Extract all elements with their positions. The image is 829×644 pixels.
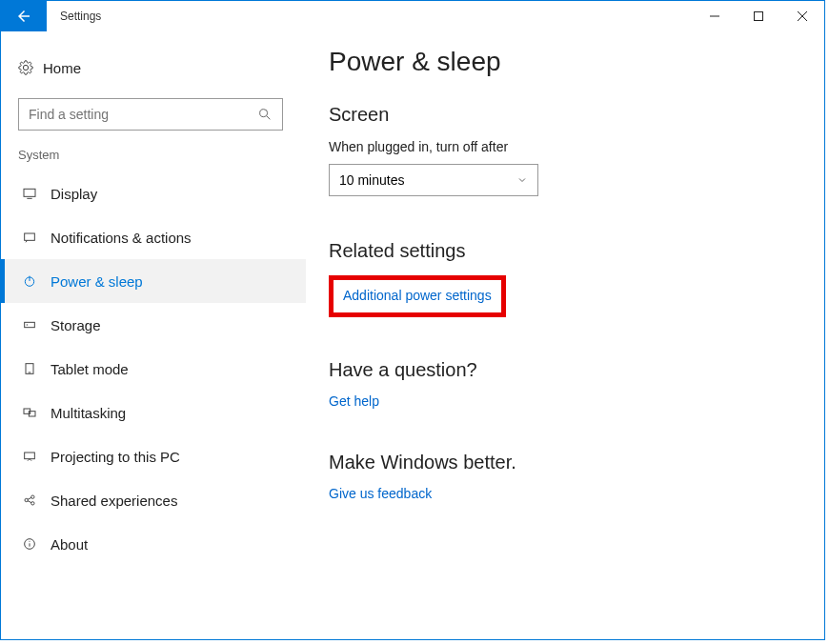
close-button[interactable]	[780, 1, 824, 31]
sidebar-item-multitasking[interactable]: Multitasking	[1, 391, 306, 434]
sidebar-item-label: Notifications & actions	[51, 230, 192, 246]
page-title: Power & sleep	[329, 47, 801, 77]
feedback-block: Make Windows better. Give us feedback	[329, 452, 801, 502]
svg-rect-1	[755, 12, 763, 21]
sidebar-item-label: Multitasking	[51, 405, 126, 421]
titlebar: Settings	[1, 1, 824, 31]
sidebar-item-label: Projecting to this PC	[51, 449, 180, 465]
give-feedback-link[interactable]: Give us feedback	[329, 486, 432, 501]
sidebar-item-power-sleep[interactable]: Power & sleep	[1, 259, 306, 303]
back-button[interactable]	[1, 1, 47, 31]
sidebar-item-label: Storage	[51, 317, 101, 333]
gear-icon	[18, 60, 43, 75]
svg-rect-8	[25, 233, 35, 240]
svg-point-4	[260, 110, 268, 117]
svg-point-25	[29, 541, 30, 542]
power-icon	[22, 273, 51, 289]
svg-point-20	[31, 502, 34, 505]
sidebar-item-display[interactable]: Display	[1, 171, 306, 215]
svg-rect-6	[24, 189, 35, 196]
content-area: Home System Display Notifications & acti…	[1, 31, 824, 639]
tablet-icon	[22, 361, 51, 376]
svg-point-18	[25, 498, 28, 501]
chevron-down-icon	[516, 174, 528, 186]
window-title: Settings	[47, 1, 101, 31]
sidebar-item-storage[interactable]: Storage	[1, 303, 306, 347]
question-block: Have a question? Get help	[329, 359, 801, 410]
sidebar-item-about[interactable]: About	[1, 522, 306, 566]
svg-line-21	[28, 497, 31, 499]
svg-rect-11	[25, 322, 35, 327]
search-input-container[interactable]	[18, 98, 283, 131]
highlight-box: Additional power settings	[329, 275, 506, 317]
window-controls	[693, 1, 824, 31]
sidebar-item-label: Display	[51, 186, 97, 202]
maximize-icon	[754, 11, 763, 21]
screen-heading: Screen	[329, 104, 801, 126]
svg-point-19	[31, 495, 34, 498]
dropdown-value: 10 minutes	[339, 172, 404, 188]
svg-rect-17	[25, 453, 35, 459]
close-icon	[798, 11, 807, 21]
search-input[interactable]	[29, 107, 257, 122]
screen-off-dropdown[interactable]: 10 minutes	[329, 164, 538, 196]
maximize-button[interactable]	[737, 1, 780, 31]
sidebar-item-tablet-mode[interactable]: Tablet mode	[1, 347, 306, 391]
display-icon	[22, 186, 51, 201]
shared-icon	[22, 493, 51, 508]
feedback-heading: Make Windows better.	[329, 452, 801, 473]
multitasking-icon	[22, 405, 51, 420]
about-icon	[22, 536, 51, 552]
minimize-button[interactable]	[693, 1, 737, 31]
sidebar-item-label: About	[51, 536, 88, 553]
sidebar-item-label: Power & sleep	[51, 273, 143, 290]
related-heading: Related settings	[329, 240, 801, 262]
svg-line-5	[267, 116, 270, 119]
svg-line-22	[28, 501, 31, 503]
additional-power-settings-link[interactable]: Additional power settings	[343, 288, 492, 303]
search-icon	[257, 107, 273, 122]
storage-icon	[22, 317, 51, 332]
notifications-icon	[22, 230, 51, 245]
minimize-icon	[710, 11, 719, 21]
sidebar-item-label: Shared experiences	[51, 493, 177, 509]
settings-window: Settings Home	[0, 0, 825, 640]
home-label: Home	[43, 60, 81, 76]
sidebar-item-projecting[interactable]: Projecting to this PC	[1, 434, 306, 478]
back-arrow-icon	[15, 8, 32, 25]
screen-off-label: When plugged in, turn off after	[329, 139, 801, 154]
question-heading: Have a question?	[329, 359, 801, 381]
sidebar-item-shared-experiences[interactable]: Shared experiences	[1, 478, 306, 522]
sidebar-item-label: Tablet mode	[51, 361, 129, 377]
get-help-link[interactable]: Get help	[329, 393, 379, 409]
sidebar: Home System Display Notifications & acti…	[1, 31, 306, 639]
main-panel: Power & sleep Screen When plugged in, tu…	[306, 31, 824, 639]
home-item[interactable]: Home	[1, 47, 306, 89]
projecting-icon	[22, 449, 51, 464]
sidebar-group-label: System	[1, 148, 306, 162]
sidebar-item-notifications[interactable]: Notifications & actions	[1, 215, 306, 259]
svg-point-12	[27, 324, 28, 325]
